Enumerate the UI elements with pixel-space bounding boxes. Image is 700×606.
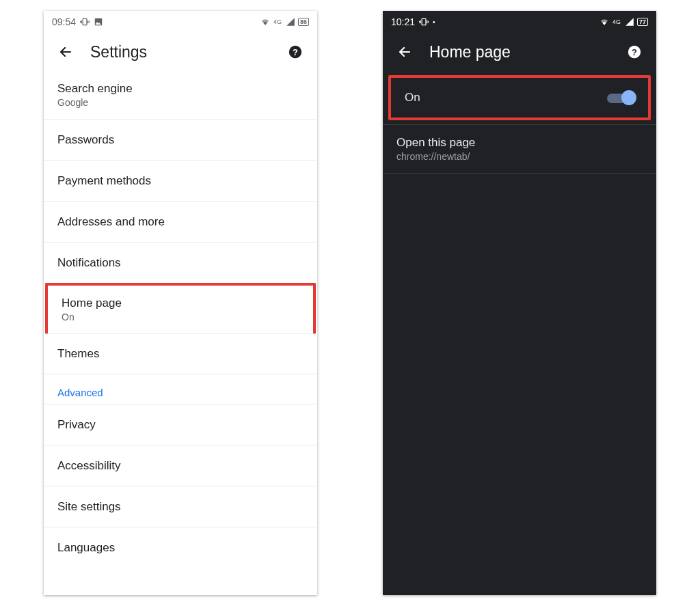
- row-themes[interactable]: Themes: [44, 333, 317, 374]
- wifi-icon: [599, 17, 610, 27]
- battery-badge: 86: [298, 18, 309, 26]
- row-title: Search engine: [57, 82, 304, 96]
- vibrate-icon: [419, 17, 429, 27]
- row-title: Home page: [62, 297, 299, 310]
- row-title: Open this page: [396, 136, 643, 150]
- back-icon[interactable]: [391, 38, 418, 66]
- row-languages[interactable]: Languages: [44, 527, 317, 568]
- row-title: Privacy: [57, 418, 304, 432]
- status-time: 09:54: [52, 16, 76, 27]
- svg-text:?: ?: [293, 47, 298, 57]
- vibrate-icon: [80, 17, 90, 27]
- help-icon[interactable]: ?: [621, 38, 648, 66]
- row-title: Accessibility: [57, 459, 304, 473]
- row-subtitle: On: [62, 312, 299, 322]
- back-icon[interactable]: [52, 38, 79, 66]
- row-site-settings[interactable]: Site settings: [44, 486, 317, 527]
- signal-icon: [625, 17, 634, 27]
- help-icon[interactable]: ?: [282, 38, 309, 66]
- home-page-toggle[interactable]: [607, 90, 634, 105]
- row-payment-methods[interactable]: Payment methods: [44, 161, 317, 202]
- svg-rect-0: [83, 18, 87, 25]
- row-title: Notifications: [57, 256, 304, 270]
- row-subtitle: Google: [57, 97, 304, 108]
- row-passwords[interactable]: Passwords: [44, 120, 317, 161]
- svg-rect-4: [422, 18, 426, 25]
- row-title: Languages: [57, 541, 304, 555]
- row-title: Passwords: [57, 133, 304, 147]
- svg-text:?: ?: [632, 47, 637, 57]
- image-icon: [94, 17, 103, 27]
- row-search-engine[interactable]: Search engine Google: [44, 71, 317, 120]
- row-subtitle: chrome://newtab/: [396, 151, 643, 162]
- row-title: Site settings: [57, 500, 304, 514]
- network-label: 4G: [273, 18, 282, 25]
- app-bar: Settings ?: [44, 33, 317, 71]
- network-label: 4G: [612, 18, 621, 25]
- row-title: Addresses and more: [57, 215, 304, 229]
- section-advanced: Advanced: [44, 374, 317, 404]
- row-home-page[interactable]: Home page On: [45, 283, 316, 334]
- row-accessibility[interactable]: Accessibility: [44, 445, 317, 486]
- dot-icon: •: [433, 18, 435, 26]
- settings-list: Search engine Google Passwords Payment m…: [44, 71, 317, 568]
- row-addresses[interactable]: Addresses and more: [44, 202, 317, 243]
- battery-badge: 77: [637, 18, 648, 26]
- wifi-icon: [260, 17, 271, 27]
- row-notifications[interactable]: Notifications: [44, 243, 317, 284]
- row-title: Payment methods: [57, 174, 304, 188]
- toggle-highlight: On: [388, 75, 651, 120]
- home-page-toggle-row[interactable]: On: [391, 78, 648, 118]
- status-bar: 10:21 • 4G 77: [383, 11, 656, 33]
- settings-screen: 09:54 4G 86 S: [44, 11, 317, 595]
- toggle-label: On: [405, 91, 420, 105]
- signal-icon: [286, 17, 295, 27]
- section-title: Advanced: [57, 387, 304, 398]
- row-title: Themes: [57, 347, 304, 361]
- page-title: Home page: [429, 43, 610, 61]
- home-page-screen: 10:21 • 4G 77 Home page ?: [383, 11, 656, 595]
- row-privacy[interactable]: Privacy: [44, 404, 317, 445]
- page-title: Settings: [90, 43, 271, 61]
- row-open-this-page[interactable]: Open this page chrome://newtab/: [383, 125, 656, 174]
- status-bar: 09:54 4G 86: [44, 11, 317, 33]
- status-time: 10:21: [391, 16, 415, 27]
- app-bar: Home page ?: [383, 33, 656, 71]
